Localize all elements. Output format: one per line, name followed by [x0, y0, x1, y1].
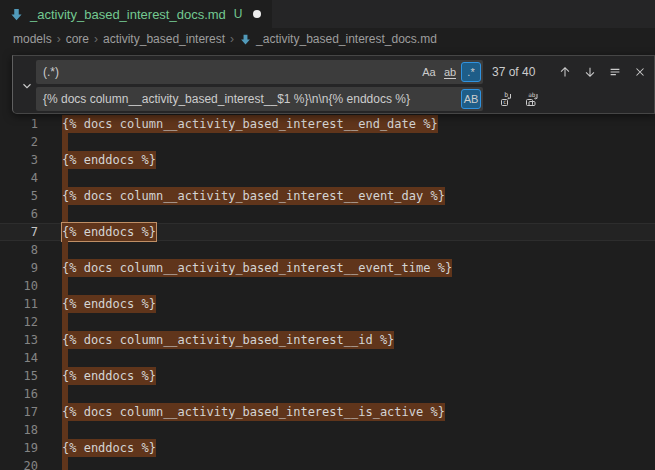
line-content: {% enddocs %} — [62, 223, 156, 241]
find-match: {% docs column__activity_based_interest_… — [62, 259, 452, 277]
line-content: {% docs column__activity_based_interest_… — [62, 259, 452, 277]
find-match — [62, 241, 68, 259]
code-line[interactable]: 5{% docs column__activity_based_interest… — [0, 187, 655, 205]
editor: (.*) Aa ab .* 37 of 40 — [0, 50, 655, 470]
code-line[interactable]: 11{% enddocs %} — [0, 295, 655, 313]
code-line[interactable]: 6 — [0, 205, 655, 223]
find-match — [62, 133, 68, 151]
find-match — [62, 349, 68, 367]
line-number[interactable]: 2 — [0, 133, 38, 151]
replace-all-button[interactable]: ab — [521, 89, 542, 110]
line-number[interactable]: 17 — [0, 403, 38, 421]
match-case-toggle[interactable]: Aa — [419, 62, 439, 82]
code-line[interactable]: 4 — [0, 169, 655, 187]
breadcrumb-separator: › — [230, 32, 234, 46]
find-in-selection-button[interactable] — [604, 62, 625, 83]
find-input[interactable]: (.*) Aa ab .* — [36, 60, 483, 84]
code-line[interactable]: 10 — [0, 277, 655, 295]
code-line[interactable]: 7{% enddocs %} — [0, 223, 655, 241]
line-content: {% docs column__activity_based_interest_… — [62, 331, 394, 349]
code-line[interactable]: 8 — [0, 241, 655, 259]
next-match-button[interactable] — [579, 62, 600, 83]
breadcrumb-folders: models›core›activity_based_interest› — [13, 32, 239, 46]
line-number[interactable]: 19 — [0, 439, 38, 457]
line-number[interactable]: 18 — [0, 421, 38, 439]
breadcrumb-separator: › — [57, 32, 61, 46]
find-match — [62, 313, 68, 331]
line-number[interactable]: 1 — [0, 115, 38, 133]
find-match: {% docs column__activity_based_interest_… — [62, 331, 394, 349]
line-content: {% docs column__activity_based_interest_… — [62, 403, 445, 421]
find-input-value: (.*) — [36, 65, 418, 79]
line-number[interactable]: 12 — [0, 313, 38, 331]
line-number[interactable]: 15 — [0, 367, 38, 385]
regex-toggle[interactable]: .* — [461, 62, 481, 82]
line-number[interactable]: 11 — [0, 295, 38, 313]
code-line[interactable]: 13{% docs column__activity_based_interes… — [0, 331, 655, 349]
find-match: {% enddocs %} — [62, 367, 156, 385]
line-number[interactable]: 13 — [0, 331, 38, 349]
breadcrumb-separator: › — [94, 32, 98, 46]
line-number[interactable]: 7 — [0, 223, 38, 241]
code-line[interactable]: 18 — [0, 421, 655, 439]
vscode-window: _activity_based_interest_docs.md U model… — [0, 0, 655, 470]
line-number[interactable]: 9 — [0, 259, 38, 277]
line-number[interactable]: 8 — [0, 241, 38, 259]
code-line[interactable]: 15{% enddocs %} — [0, 367, 655, 385]
line-content — [62, 349, 68, 367]
breadcrumb-file[interactable]: _activity_based_interest_docs.md — [239, 32, 437, 46]
find-match — [62, 457, 68, 470]
git-status-badge: U — [234, 7, 243, 21]
modified-dot-icon[interactable] — [253, 10, 261, 18]
line-number[interactable]: 4 — [0, 169, 38, 187]
line-number[interactable]: 14 — [0, 349, 38, 367]
toggle-replace-button[interactable] — [17, 75, 36, 96]
find-match: {% docs column__activity_based_interest_… — [62, 115, 438, 133]
selection-lines-icon — [608, 65, 622, 79]
find-match — [62, 421, 68, 439]
line-content — [62, 241, 68, 259]
previous-match-button[interactable] — [554, 62, 575, 83]
preserve-case-toggle[interactable]: AB — [461, 89, 481, 109]
breadcrumb-file-name: _activity_based_interest_docs.md — [256, 32, 437, 46]
replace-input[interactable]: {% docs column__activity_based_interest_… — [36, 87, 483, 111]
line-number[interactable]: 3 — [0, 151, 38, 169]
code-line[interactable]: 20 — [0, 457, 655, 470]
code-line[interactable]: 9{% docs column__activity_based_interest… — [0, 259, 655, 277]
line-number[interactable]: 6 — [0, 205, 38, 223]
close-find-button[interactable] — [629, 62, 650, 83]
code-line[interactable]: 1{% docs column__activity_based_interest… — [0, 115, 655, 133]
breadcrumb-item[interactable]: models — [13, 32, 52, 46]
code-line[interactable]: 17{% docs column__activity_based_interes… — [0, 403, 655, 421]
svg-text:c: c — [502, 98, 506, 105]
code-line[interactable]: 12 — [0, 313, 655, 331]
close-icon — [633, 65, 647, 79]
line-content — [62, 205, 68, 223]
find-match: {% enddocs %} — [62, 439, 156, 457]
line-number[interactable]: 5 — [0, 187, 38, 205]
find-match — [62, 205, 68, 223]
code-line[interactable]: 2 — [0, 133, 655, 151]
tab-active-file[interactable]: _activity_based_interest_docs.md U — [0, 0, 272, 28]
replace-one-button[interactable]: b c — [496, 89, 517, 110]
line-content: {% enddocs %} — [62, 295, 156, 313]
match-count: 37 of 40 — [492, 65, 550, 79]
find-match: {% enddocs %} — [62, 151, 156, 169]
code-line[interactable]: 14 — [0, 349, 655, 367]
find-match — [62, 169, 68, 187]
line-number[interactable]: 16 — [0, 385, 38, 403]
breadcrumb-item[interactable]: activity_based_interest — [103, 32, 225, 46]
line-content — [62, 277, 68, 295]
line-content — [62, 169, 68, 187]
code-line[interactable]: 19{% enddocs %} — [0, 439, 655, 457]
tab-title: _activity_based_interest_docs.md — [30, 7, 226, 22]
whole-word-toggle[interactable]: ab — [440, 62, 460, 82]
line-number[interactable]: 10 — [0, 277, 38, 295]
code-line[interactable]: 16 — [0, 385, 655, 403]
breadcrumb-item[interactable]: core — [66, 32, 89, 46]
line-number[interactable]: 20 — [0, 457, 38, 470]
line-content — [62, 421, 68, 439]
find-match-current: {% enddocs %} — [62, 223, 156, 241]
code-line[interactable]: 3{% enddocs %} — [0, 151, 655, 169]
line-content: {% docs column__activity_based_interest_… — [62, 187, 445, 205]
